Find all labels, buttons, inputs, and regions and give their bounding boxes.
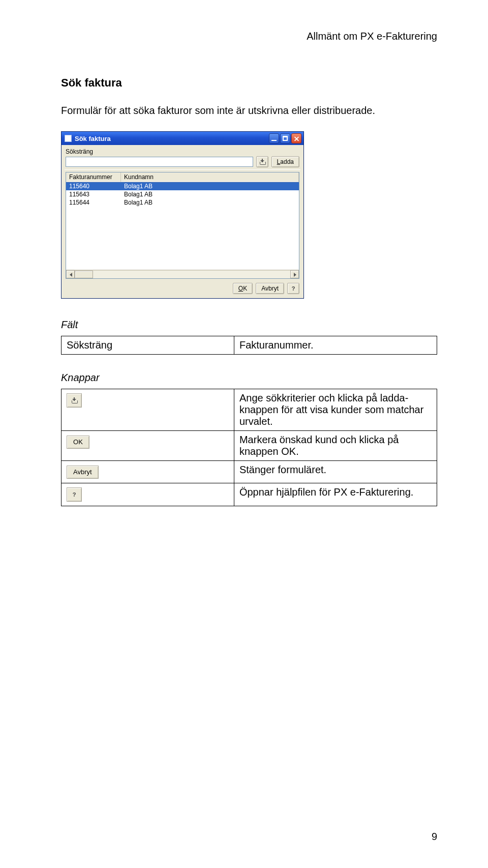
falt-name: Söksträng: [62, 336, 234, 355]
help-button-sample: ?: [67, 487, 82, 502]
page-number: 9: [432, 831, 437, 843]
falt-heading: Fält: [61, 319, 437, 331]
results-grid[interactable]: Fakturanummer Kundnamn 115640 Bolag1 AB …: [66, 172, 299, 279]
cell-fakturanummer: 115643: [66, 191, 121, 198]
close-button[interactable]: [291, 133, 301, 143]
col-header-fakturanummer[interactable]: Fakturanummer: [66, 172, 121, 182]
scroll-right-button[interactable]: [290, 270, 299, 278]
load-icon: [259, 159, 265, 165]
horizontal-scrollbar[interactable]: [66, 270, 299, 278]
scroll-left-button[interactable]: [66, 270, 75, 278]
search-string-input[interactable]: [66, 157, 253, 167]
table-row[interactable]: 115643 Bolag1 AB: [66, 190, 299, 198]
cell-kundnamn: Bolag1 AB: [121, 191, 299, 198]
table-row: Ange sökkriterier och klicka på ladda-kn…: [62, 389, 437, 431]
cell-fakturanummer: 115640: [66, 183, 121, 190]
cell-kundnamn: Bolag1 AB: [121, 183, 299, 190]
table-row[interactable]: 115644 Bolag1 AB: [66, 198, 299, 207]
section-title: Sök faktura: [61, 76, 437, 90]
table-row: OK Markera önskad kund och klicka på kna…: [62, 431, 437, 461]
knappar-heading: Knappar: [61, 372, 437, 384]
knappar-desc: Stänger formuläret.: [234, 461, 437, 483]
load-icon-button-sample: [67, 393, 82, 408]
minimize-button[interactable]: [269, 133, 279, 143]
load-icon: [71, 397, 77, 403]
ok-button[interactable]: OK: [233, 283, 253, 294]
intro-paragraph: Formulär för att söka fakturor som inte …: [61, 104, 437, 117]
help-icon: ?: [290, 285, 296, 292]
load-button[interactable]: Ladda: [271, 156, 299, 167]
knappar-table: Ange sökkriterier och klicka på ladda-kn…: [61, 389, 437, 506]
search-string-label: Söksträng: [66, 148, 299, 155]
table-row: Söksträng Fakturanummer.: [62, 336, 437, 355]
table-row: ? Öppnar hjälpfilen för PX e-Fakturering…: [62, 483, 437, 506]
cell-kundnamn: Bolag1 AB: [121, 199, 299, 206]
scroll-track[interactable]: [75, 270, 290, 278]
table-row[interactable]: 115640 Bolag1 AB: [66, 182, 299, 190]
cancel-button-sample: Avbryt: [67, 466, 99, 479]
search-invoice-dialog: Sök faktura Söksträng Ladda F: [61, 131, 304, 299]
page-header: Allmänt om PX e-Fakturering: [307, 31, 437, 42]
col-header-kundnamn[interactable]: Kundnamn: [121, 172, 299, 182]
help-button[interactable]: ?: [287, 283, 299, 294]
table-row: Avbryt Stänger formuläret.: [62, 461, 437, 483]
maximize-button[interactable]: [280, 133, 290, 143]
falt-desc: Fakturanummer.: [234, 336, 437, 355]
cell-fakturanummer: 115644: [66, 199, 121, 206]
falt-table: Söksträng Fakturanummer.: [61, 336, 437, 355]
cancel-button-label: Avbryt: [261, 285, 279, 292]
help-icon: ?: [71, 491, 77, 498]
dialog-titlebar[interactable]: Sök faktura: [62, 132, 303, 145]
ok-button-sample: OK: [67, 436, 89, 449]
knappar-desc: Öppnar hjälpfilen för PX e-Fakturering.: [234, 483, 437, 506]
dialog-title: Sök faktura: [75, 135, 269, 142]
scroll-thumb[interactable]: [75, 271, 93, 278]
divider: [65, 169, 300, 170]
load-button-label: adda: [280, 158, 294, 165]
window-system-icon: [65, 135, 72, 142]
cancel-button[interactable]: Avbryt: [256, 283, 284, 294]
knappar-desc: Markera önskad kund och klicka på knappe…: [234, 431, 437, 461]
grid-header: Fakturanummer Kundnamn: [66, 172, 299, 182]
knappar-desc: Ange sökkriterier och klicka på ladda-kn…: [234, 389, 437, 431]
load-icon-button[interactable]: [256, 156, 268, 167]
